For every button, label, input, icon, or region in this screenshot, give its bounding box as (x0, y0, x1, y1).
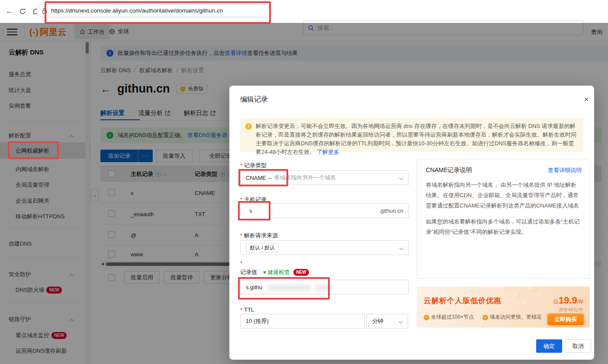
label-text: TTL (244, 307, 254, 313)
close-icon[interactable]: × (581, 94, 592, 105)
check-icon: ✓ (483, 315, 488, 320)
modal-title: 编辑记录 (240, 95, 268, 104)
promo-bullet: 域名访问更快、更稳定 (490, 314, 542, 320)
label-text: 记录类型 (244, 162, 267, 169)
panel-paragraph: 如果您的域名要解析指向多个域名，可以通过添加多条“主机记录”相同但“记录值”不同… (426, 217, 581, 237)
promo-price: 仅 19.9 /年 (553, 295, 584, 306)
warning-icon: ! (245, 123, 252, 130)
annotation-box-host-record (238, 201, 270, 220)
label-text: 记录值 (240, 269, 257, 275)
ttl-input[interactable]: 10 (推荐) (240, 314, 365, 329)
view-detail-doc-link[interactable]: 查看详细说明 (548, 166, 582, 174)
refresh-icon[interactable] (17, 6, 28, 16)
learn-more-link[interactable]: 了解更多 (317, 149, 339, 155)
record-value-label: 记录值 ♥健康检查 NEW (240, 268, 309, 276)
domain-suffix: .githun.cn (379, 208, 403, 214)
annotation-box-record-value (238, 277, 330, 300)
chevron-down-icon (399, 319, 403, 324)
confirm-button[interactable]: 确定 (536, 339, 562, 353)
propagation-warning: ! 解析记录变更后，可能不会立即生效。因为各地网络运营商 dns 存在缓存，在缓… (240, 118, 583, 152)
screenshot-root: ← https://dnsnext.console.aliyun.com/aut… (0, 0, 608, 364)
price-suffix: /年 (577, 298, 584, 306)
promo-bullets: ✓全球超过100+节点 ✓域名访问更快、更稳定 (424, 313, 542, 321)
coins-decoration (502, 287, 508, 292)
line-tag: 默认 / 默认 (246, 243, 279, 253)
ttl-value: 10 (推荐) (246, 317, 269, 325)
cancel-button[interactable]: 取消 (565, 339, 591, 353)
annotation-box-sidebar-item (8, 141, 59, 159)
resolution-line-select[interactable]: 默认 / 默认 (240, 240, 409, 255)
warning-text: 解析记录变更后，可能不会立即生效。因为各地网络运营商 dns 存在缓存，在缓存未… (256, 123, 576, 155)
chevron-down-icon (399, 176, 404, 180)
health-check-label: 健康检查 (267, 269, 290, 275)
back-icon[interactable]: ← (4, 6, 15, 16)
original-price: 原价48元/年 (559, 307, 583, 313)
new-badge: NEW (293, 269, 309, 276)
promo-bullet: 全球超过100+节点 (431, 314, 474, 320)
cname-help-panel: CNAME记录说明 查看详细说明 将域名解析指向另一个域名， 由另一个域名提供 … (417, 159, 590, 279)
record-value-required-mark: * (240, 260, 244, 266)
chevron-down-icon (399, 246, 404, 250)
resolution-line-label: *解析请求来源 (240, 232, 278, 239)
record-type-label: *记录类型 (240, 162, 267, 169)
coins-decoration (512, 293, 521, 299)
label-text: 解析请求来源 (244, 232, 278, 239)
ttl-unit: 分钟 (372, 317, 383, 325)
price-prefix: 仅 (553, 298, 559, 306)
check-icon: ✓ (424, 315, 429, 320)
health-check-link[interactable]: ♥健康检查 (263, 269, 290, 275)
coins-decoration (522, 301, 529, 307)
ttl-unit-select[interactable]: 分钟 (367, 314, 408, 329)
promo-title: 云解析个人版低价优惠 (424, 296, 502, 306)
annotation-box-record-type (238, 169, 288, 186)
coins-decoration (524, 287, 539, 293)
price-value: 19.9 (559, 295, 577, 306)
buy-now-button[interactable]: 立即购买 (547, 313, 584, 325)
edit-record-modal: 编辑记录 × ! 解析记录变更后，可能不会立即生效。因为各地网络运营商 dns … (229, 86, 594, 360)
annotation-box-url (45, 1, 271, 24)
ttl-label: *TTL (240, 307, 254, 313)
panel-paragraph: 将域名解析指向另一个域名， 由另一个域名提供 IP 地址解析结果。在使用CDN、… (426, 180, 581, 211)
personal-edition-promo: 云解析个人版低价优惠 仅 19.9 /年 原价48元/年 ✓全球超过100+节点… (417, 287, 590, 328)
health-heart-icon: ♥ (263, 269, 266, 275)
